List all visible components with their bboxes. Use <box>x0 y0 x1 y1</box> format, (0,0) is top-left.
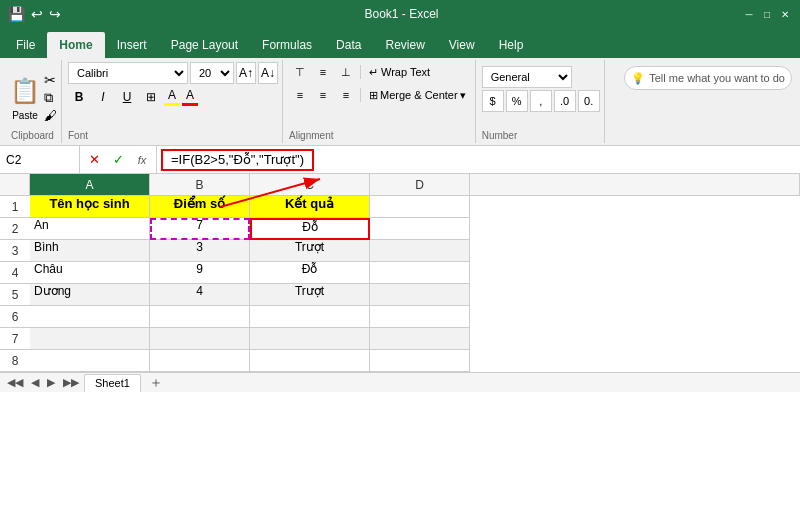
tab-help[interactable]: Help <box>487 32 536 58</box>
number-format-select[interactable]: General <box>482 66 572 88</box>
tab-view[interactable]: View <box>437 32 487 58</box>
tab-home[interactable]: Home <box>47 32 104 58</box>
cell-d6[interactable] <box>370 306 470 328</box>
wrap-text-button[interactable]: ↵ Wrap Text <box>364 63 435 82</box>
cell-d2[interactable] <box>370 218 470 240</box>
cell-c3[interactable]: Trượt <box>250 240 370 262</box>
fill-color-button[interactable]: A <box>164 88 180 106</box>
close-button[interactable]: ✕ <box>778 7 792 21</box>
cell-d3[interactable] <box>370 240 470 262</box>
underline-button[interactable]: U <box>116 86 138 108</box>
row-header-4[interactable]: 4 <box>0 262 30 284</box>
name-box[interactable]: C2 <box>0 146 80 173</box>
paste-button[interactable]: 📋 Paste <box>8 72 42 121</box>
cell-a3[interactable]: Bình <box>30 240 150 262</box>
row-header-3[interactable]: 3 <box>0 240 30 262</box>
cell-c8[interactable] <box>250 350 370 372</box>
cell-b1[interactable]: Điểm số <box>150 196 250 218</box>
cell-d4[interactable] <box>370 262 470 284</box>
tell-me-bar[interactable]: 💡 Tell me what you want to do <box>624 66 792 90</box>
sheet-nav-next[interactable]: ▶ <box>44 376 58 389</box>
cell-b7[interactable] <box>150 328 250 350</box>
comma-button[interactable]: , <box>530 90 552 112</box>
cell-b3[interactable]: 3 <box>150 240 250 262</box>
tab-review[interactable]: Review <box>373 32 436 58</box>
row-header-2[interactable]: 2 <box>0 218 30 240</box>
font-name-select[interactable]: Calibri <box>68 62 188 84</box>
col-header-c[interactable]: C <box>250 174 370 196</box>
confirm-formula-button[interactable]: ✓ <box>108 150 128 170</box>
cell-c6[interactable] <box>250 306 370 328</box>
bold-button[interactable]: B <box>68 86 90 108</box>
increase-decimal-button[interactable]: .0 <box>554 90 576 112</box>
cell-a8[interactable] <box>30 350 150 372</box>
sheet-nav-prev[interactable]: ◀ <box>28 376 42 389</box>
cell-c2[interactable]: Đỗ <box>250 218 370 240</box>
align-middle-button[interactable]: ≡ <box>312 62 334 82</box>
cell-a5[interactable]: Dương <box>30 284 150 306</box>
col-header-d[interactable]: D <box>370 174 470 196</box>
cell-c4[interactable]: Đỗ <box>250 262 370 284</box>
table-row: 5 Dương 4 Trượt <box>0 284 800 306</box>
copy-button[interactable]: ⧉ <box>44 90 57 106</box>
row-header-7[interactable]: 7 <box>0 328 30 350</box>
align-right-button[interactable]: ≡ <box>335 85 357 105</box>
cell-a2[interactable]: An <box>30 218 150 240</box>
tab-file[interactable]: File <box>4 32 47 58</box>
cancel-formula-button[interactable]: ✕ <box>84 150 104 170</box>
formula-text[interactable]: =IF(B2>5,"Đỗ","Trượt") <box>161 149 314 171</box>
borders-button[interactable]: ⊞ <box>140 86 162 108</box>
row-header-5[interactable]: 5 <box>0 284 30 306</box>
redo-icon[interactable]: ↪ <box>49 6 61 22</box>
tab-data[interactable]: Data <box>324 32 373 58</box>
col-header-a[interactable]: A <box>30 174 150 196</box>
cell-a7[interactable] <box>30 328 150 350</box>
cell-a6[interactable] <box>30 306 150 328</box>
sheet-nav-left[interactable]: ◀◀ <box>4 376 26 389</box>
cell-c1[interactable]: Kết quả <box>250 196 370 218</box>
row-header-8[interactable]: 8 <box>0 350 30 372</box>
minimize-button[interactable]: ─ <box>742 7 756 21</box>
cell-d8[interactable] <box>370 350 470 372</box>
tab-page-layout[interactable]: Page Layout <box>159 32 250 58</box>
cell-c7[interactable] <box>250 328 370 350</box>
cell-b4[interactable]: 9 <box>150 262 250 284</box>
align-left-button[interactable]: ≡ <box>289 85 311 105</box>
merge-center-button[interactable]: ⊞ Merge & Center ▾ <box>364 86 471 105</box>
cell-d5[interactable] <box>370 284 470 306</box>
cell-b6[interactable] <box>150 306 250 328</box>
align-top-button[interactable]: ⊤ <box>289 62 311 82</box>
sheet-tab-1[interactable]: Sheet1 <box>84 374 141 392</box>
cell-d7[interactable] <box>370 328 470 350</box>
currency-button[interactable]: $ <box>482 90 504 112</box>
cell-c5[interactable]: Trượt <box>250 284 370 306</box>
tab-formulas[interactable]: Formulas <box>250 32 324 58</box>
percent-button[interactable]: % <box>506 90 528 112</box>
decrease-decimal-button[interactable]: 0. <box>578 90 600 112</box>
cell-d1[interactable] <box>370 196 470 218</box>
font-size-select[interactable]: 20 <box>190 62 234 84</box>
insert-function-button[interactable]: fx <box>132 150 152 170</box>
align-center-button[interactable]: ≡ <box>312 85 334 105</box>
increase-font-button[interactable]: A↑ <box>236 62 256 84</box>
cell-a4[interactable]: Châu <box>30 262 150 284</box>
tab-insert[interactable]: Insert <box>105 32 159 58</box>
cell-b8[interactable] <box>150 350 250 372</box>
align-bottom-button[interactable]: ⊥ <box>335 62 357 82</box>
cell-a1[interactable]: Tên học sinh <box>30 196 150 218</box>
font-color-button[interactable]: A <box>182 88 198 106</box>
col-header-b[interactable]: B <box>150 174 250 196</box>
row-header-1[interactable]: 1 <box>0 196 30 218</box>
row-header-6[interactable]: 6 <box>0 306 30 328</box>
undo-icon[interactable]: ↩ <box>31 6 43 22</box>
format-painter-button[interactable]: 🖌 <box>44 108 57 123</box>
italic-button[interactable]: I <box>92 86 114 108</box>
sheet-nav-right[interactable]: ▶▶ <box>60 376 82 389</box>
maximize-button[interactable]: □ <box>760 7 774 21</box>
decrease-font-button[interactable]: A↓ <box>258 62 278 84</box>
cell-b2[interactable]: 7 <box>150 218 250 240</box>
save-icon[interactable]: 💾 <box>8 6 25 22</box>
add-sheet-button[interactable]: ＋ <box>143 374 169 392</box>
cut-button[interactable]: ✂ <box>44 72 57 88</box>
cell-b5[interactable]: 4 <box>150 284 250 306</box>
